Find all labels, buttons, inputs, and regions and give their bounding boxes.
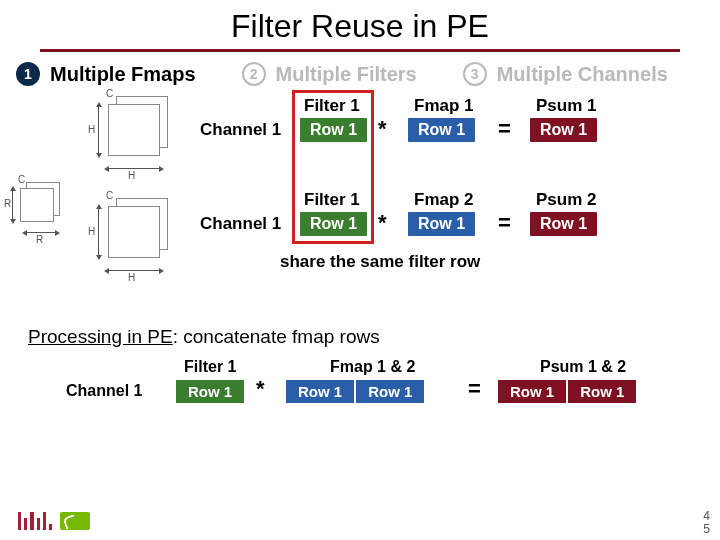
concat-filter-row1: Row 1 xyxy=(176,380,244,403)
page-number: 4 5 xyxy=(703,510,710,536)
dim-c-small: C xyxy=(18,174,25,185)
conv-op-b: * xyxy=(378,210,387,236)
title-rule xyxy=(40,49,680,52)
badge-3: 3 xyxy=(463,62,487,86)
psum2-header: Psum 2 xyxy=(536,190,596,210)
channel1-a: Channel 1 xyxy=(200,120,281,140)
fmap12-header: Fmap 1 & 2 xyxy=(330,358,415,376)
channel1-b: Channel 1 xyxy=(200,214,281,234)
fmap2-header: Fmap 2 xyxy=(414,190,474,210)
dim-h-label-4: H xyxy=(128,272,135,283)
badge-2: 2 xyxy=(242,62,266,86)
eq-op-b: = xyxy=(498,210,511,236)
page-title: Filter Reuse in PE xyxy=(0,8,720,45)
psum12-header: Psum 1 & 2 xyxy=(540,358,626,376)
fmap-row1-a: Row 1 xyxy=(408,118,475,142)
eq-op-c: = xyxy=(468,376,481,402)
concat-psum-row1-a: Row 1 xyxy=(498,380,566,403)
nvidia-logo-icon xyxy=(60,512,90,530)
dim-r-label: R xyxy=(4,198,11,209)
mit-logo-icon xyxy=(18,512,52,530)
eq-op-a: = xyxy=(498,116,511,142)
psum1-header: Psum 1 xyxy=(536,96,596,116)
section-header-row: 1 Multiple Fmaps 2 Multiple Filters 3 Mu… xyxy=(0,62,720,86)
filter1-header-c: Filter 1 xyxy=(184,358,236,376)
diagram-area: C H H C R R C H H Filter 1 Fmap 1 Psum 1… xyxy=(0,90,720,320)
concat-psum-row1-b: Row 1 xyxy=(568,380,636,403)
fmap-row1-b: Row 1 xyxy=(408,212,475,236)
section-3-label: Multiple Channels xyxy=(497,63,668,86)
psum-row1-b: Row 1 xyxy=(530,212,597,236)
shared-filter-highlight xyxy=(292,90,374,244)
dim-c-label-2: C xyxy=(106,190,113,201)
concat-fmap-row1-b: Row 1 xyxy=(356,380,424,403)
share-caption: share the same filter row xyxy=(280,252,480,272)
section-1-label: Multiple Fmaps xyxy=(50,63,196,86)
conv-op-a: * xyxy=(378,116,387,142)
channel1-c: Channel 1 xyxy=(66,382,142,400)
processing-line: Processing in PE: concatenate fmap rows xyxy=(28,326,720,348)
fmap1-header: Fmap 1 xyxy=(414,96,474,116)
concat-fmap-row1-a: Row 1 xyxy=(286,380,354,403)
footer-logos xyxy=(18,512,90,530)
dim-r-label-2: R xyxy=(36,234,43,245)
concat-row: Filter 1 Fmap 1 & 2 Psum 1 & 2 Channel 1… xyxy=(0,352,720,438)
psum-row1-a: Row 1 xyxy=(530,118,597,142)
dim-h-label-2: H xyxy=(128,170,135,181)
processing-rest: : concatenate fmap rows xyxy=(173,326,380,347)
dim-h-label: H xyxy=(88,124,95,135)
dim-h-label-3: H xyxy=(88,226,95,237)
badge-1: 1 xyxy=(16,62,40,86)
section-2-label: Multiple Filters xyxy=(276,63,417,86)
processing-lead: Processing in PE xyxy=(28,326,173,347)
conv-op-c: * xyxy=(256,376,265,402)
dim-c-label: C xyxy=(106,88,113,99)
